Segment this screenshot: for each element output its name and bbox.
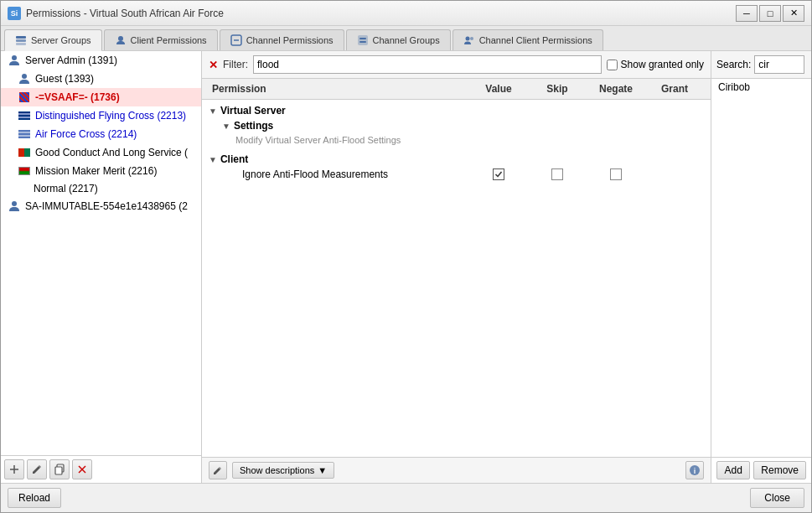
svg-point-3 xyxy=(118,36,123,41)
server-groups-tab-icon xyxy=(15,34,27,46)
svg-rect-1 xyxy=(16,39,26,42)
col-negate: Negate xyxy=(587,81,645,96)
left-panel: Server Admin (1391) Guest (1393) -=VSAAF… xyxy=(1,51,202,483)
title-buttons: ─ □ ✕ xyxy=(736,5,804,22)
search-bar: Search: xyxy=(711,51,811,79)
maximize-button[interactable]: □ xyxy=(759,5,781,22)
edit-group-button[interactable] xyxy=(27,459,47,479)
svg-point-13 xyxy=(12,201,17,206)
ignore-anti-flood-value-checkbox[interactable] xyxy=(493,168,504,180)
client-label: Client xyxy=(220,153,248,165)
group-item-gcls[interactable]: Good Conduct And Long Service ( xyxy=(1,143,201,162)
minimize-button[interactable]: ─ xyxy=(736,5,758,22)
svg-point-10 xyxy=(470,37,473,40)
titlebar-close-button[interactable]: ✕ xyxy=(783,5,804,22)
info-button[interactable]: i xyxy=(685,461,704,479)
bottom-bar: Reload Close xyxy=(1,483,811,512)
channel-permissions-tab-icon xyxy=(230,34,242,46)
guest-user-icon xyxy=(18,72,31,86)
svg-rect-17 xyxy=(55,467,62,474)
gcls-label: Good Conduct And Long Service ( xyxy=(35,147,188,158)
ignore-anti-flood-skip-cell xyxy=(528,168,587,180)
tab-channel-permissions[interactable]: Channel Permissions xyxy=(220,29,344,50)
permissions-header: Permission Value Skip Negate Grant xyxy=(202,79,711,100)
virtual-server-label: Virtual Server xyxy=(220,105,286,117)
ignore-anti-flood-negate-checkbox[interactable] xyxy=(610,168,622,180)
ignore-anti-flood-value-cell xyxy=(469,168,528,180)
group-item-sa-immutable[interactable]: SA-IMMUTABLE-554e1e1438965 (2 xyxy=(1,197,201,215)
group-item-server-admin[interactable]: Server Admin (1391) xyxy=(1,51,201,70)
server-admin-label: Server Admin (1391) xyxy=(25,54,117,66)
search-input[interactable] xyxy=(754,55,804,74)
right-panel: Search: Ciribob Add Remove xyxy=(711,51,811,483)
filter-bar: ✕ Filter: Show granted only xyxy=(202,51,711,79)
window-title: Permissions - Virtual South African Air … xyxy=(26,8,736,19)
copy-group-button[interactable] xyxy=(49,459,70,479)
ignore-anti-flood-skip-checkbox[interactable] xyxy=(551,168,563,180)
group-list: Server Admin (1391) Guest (1393) -=VSAAF… xyxy=(1,51,201,455)
svg-point-12 xyxy=(22,74,27,79)
dfc-label: Distinguished Flying Cross (2213) xyxy=(35,110,186,122)
channel-groups-tab-icon xyxy=(357,34,369,46)
perm-row-ignore-anti-flood: Ignore Anti-Flood Measurements xyxy=(202,167,711,182)
vsaaf-label: -=VSAAF=- (1736) xyxy=(35,91,120,103)
group-item-guest[interactable]: Guest (1393) xyxy=(1,70,201,88)
add-group-button[interactable] xyxy=(4,459,24,479)
show-granted-only-checkbox[interactable] xyxy=(607,60,618,70)
main-window: Si Permissions - Virtual South African A… xyxy=(0,0,812,513)
user-icon xyxy=(8,54,21,67)
remove-button[interactable]: Remove xyxy=(753,461,806,479)
tab-client-permissions[interactable]: Client Permissions xyxy=(104,29,218,50)
filter-clear-button[interactable]: ✕ xyxy=(209,59,218,71)
col-grant: Grant xyxy=(645,81,704,96)
section-virtual-server: ▼ Virtual Server xyxy=(202,103,711,118)
close-button[interactable]: Close xyxy=(750,488,804,508)
group-item-vsaaf[interactable]: -=VSAAF=- (1736) xyxy=(1,88,201,106)
delete-group-button[interactable] xyxy=(72,459,92,479)
modify-anti-flood-description: Modify Virtual Server Anti-Flood Setting… xyxy=(202,133,711,147)
gcls-icon xyxy=(18,146,31,159)
sa-immutable-icon xyxy=(8,200,21,213)
guest-label: Guest (1393) xyxy=(35,73,94,85)
mmm-label: Mission Maker Merit (2216) xyxy=(35,165,157,177)
svg-rect-8 xyxy=(359,41,366,43)
show-descriptions-chevron: ▼ xyxy=(318,465,327,475)
filter-label: Filter: xyxy=(223,59,248,70)
title-bar: Si Permissions - Virtual South African A… xyxy=(1,1,811,26)
tab-server-groups[interactable]: Server Groups xyxy=(4,29,102,51)
dfc-icon xyxy=(18,109,31,122)
group-item-afc[interactable]: Air Force Cross (2214) xyxy=(1,125,201,143)
svg-rect-0 xyxy=(16,36,26,39)
mmm-icon xyxy=(18,164,31,178)
subsection-settings: ▼ Settings xyxy=(202,118,711,133)
normal-label: Normal (2217) xyxy=(34,183,98,194)
section-client: ▼ Client xyxy=(202,152,711,167)
show-descriptions-button[interactable]: Show descriptions ▼ xyxy=(232,462,334,479)
client-permissions-tab-icon xyxy=(115,34,127,46)
group-item-dfc[interactable]: Distinguished Flying Cross (2213) xyxy=(1,106,201,125)
group-item-mmm[interactable]: Mission Maker Merit (2216) xyxy=(1,162,201,180)
tab-channel-client-permissions[interactable]: Channel Client Permissions xyxy=(453,29,603,50)
channel-client-permissions-tab-icon xyxy=(463,34,475,46)
svg-rect-7 xyxy=(359,38,366,39)
pencil-button[interactable] xyxy=(209,461,227,479)
svg-text:i: i xyxy=(694,467,696,475)
svg-point-9 xyxy=(465,37,469,41)
tab-channel-permissions-label: Channel Permissions xyxy=(246,35,334,45)
search-results: Ciribob xyxy=(711,79,811,457)
right-buttons: Add Remove xyxy=(711,457,811,483)
search-label: Search: xyxy=(716,59,751,70)
tab-channel-groups[interactable]: Channel Groups xyxy=(346,29,451,50)
tab-server-groups-label: Server Groups xyxy=(31,35,91,45)
middle-panel: ✕ Filter: Show granted only Permission V… xyxy=(202,51,711,483)
col-permission: Permission xyxy=(209,81,469,96)
reload-button[interactable]: Reload xyxy=(8,488,61,508)
filter-input[interactable] xyxy=(253,55,602,74)
svg-point-11 xyxy=(12,55,17,60)
group-item-normal[interactable]: Normal (2217) xyxy=(1,180,201,197)
col-value: Value xyxy=(469,81,528,96)
tab-client-permissions-label: Client Permissions xyxy=(131,35,207,45)
add-button[interactable]: Add xyxy=(716,461,750,479)
search-result-ciribob[interactable]: Ciribob xyxy=(711,79,811,96)
ignore-anti-flood-name: Ignore Anti-Flood Measurements xyxy=(242,168,469,180)
